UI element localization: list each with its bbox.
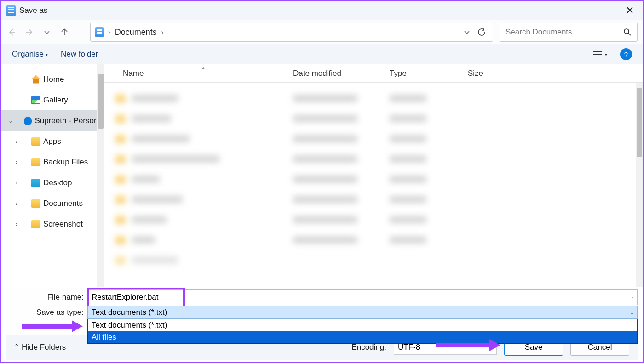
hide-folders-button[interactable]: ˄ Hide Folders	[15, 343, 66, 352]
sort-asc-icon: ▲	[201, 65, 206, 70]
sidebar-item-backup[interactable]: ›Backup Files	[1, 152, 97, 172]
help-button[interactable]: ?	[620, 48, 632, 60]
window-title: Save as	[19, 6, 47, 15]
sidebar-item-screenshot[interactable]: ›Screenshot	[1, 214, 97, 234]
close-icon[interactable]: ✕	[620, 3, 639, 18]
search-box[interactable]	[500, 23, 638, 42]
address-bar[interactable]: › Documents ›	[90, 23, 493, 42]
chevron-right-icon[interactable]: ›	[16, 138, 22, 145]
chevron-down-icon: ⌄	[630, 309, 634, 316]
scrollbar-thumb[interactable]	[637, 88, 642, 157]
save-as-dialog: Save as ✕ › Documents › Organise ▾ New f…	[0, 0, 644, 363]
folder-icon	[31, 220, 40, 228]
svg-point-2	[624, 29, 629, 34]
organise-button[interactable]: Organise ▾	[12, 50, 48, 59]
list-item[interactable]	[115, 230, 636, 250]
encoding-label: Encoding:	[351, 343, 386, 352]
savetype-option-txt[interactable]: Text documents (*.txt)	[88, 319, 637, 331]
savetype-label: Save as type:	[6, 308, 87, 317]
savetype-dropdown: Text documents (*.txt) All files	[87, 319, 638, 344]
folder-icon	[31, 199, 40, 208]
list-item[interactable]	[115, 129, 636, 149]
sidebar-scrollbar[interactable]	[97, 64, 104, 287]
sidebar-item-documents[interactable]: ›Documents	[1, 193, 97, 214]
location-icon	[95, 27, 104, 37]
forward-button[interactable]	[24, 27, 35, 38]
list-item[interactable]	[115, 250, 636, 270]
list-item[interactable]	[115, 149, 636, 169]
column-type[interactable]: Type	[390, 69, 468, 78]
svg-line-3	[628, 33, 631, 35]
sidebar-item-onedrive[interactable]: ⌄Supreeth - Personal	[1, 110, 97, 131]
chevron-right-icon[interactable]: ›	[16, 200, 22, 207]
folder-icon	[31, 137, 40, 146]
scrollbar-thumb[interactable]	[98, 74, 104, 129]
up-button[interactable]	[59, 27, 70, 38]
recent-dropdown[interactable]	[41, 27, 52, 38]
toolbar: Organise ▾ New folder ▾ ?	[1, 44, 643, 64]
list-item[interactable]	[115, 189, 636, 210]
notepad-icon	[6, 5, 16, 16]
chevron-right-icon[interactable]: ›	[16, 221, 22, 227]
list-item[interactable]	[115, 108, 636, 129]
chevron-right-icon[interactable]: ›	[16, 159, 22, 165]
back-button[interactable]	[6, 27, 17, 38]
address-dropdown[interactable]	[463, 28, 471, 36]
separator	[8, 240, 90, 240]
column-date[interactable]: Date modified	[293, 69, 390, 78]
chevron-right-icon[interactable]: ›	[161, 28, 164, 36]
column-size[interactable]: Size	[468, 69, 532, 78]
filename-input[interactable]	[87, 289, 638, 305]
bottom-panel: File name: ⌄ Save as type: Text document…	[1, 287, 643, 362]
chevron-down-icon[interactable]: ⌄	[8, 118, 14, 124]
desktop-icon	[31, 179, 40, 187]
sidebar-item-desktop[interactable]: ›Desktop	[1, 172, 97, 193]
chevron-right-icon[interactable]: ›	[16, 180, 22, 186]
file-list-pane: ▲Name Date modified Type Size	[104, 64, 643, 287]
filename-dropdown-icon[interactable]: ⌄	[630, 293, 635, 300]
savetype-option-all[interactable]: All files	[88, 331, 637, 343]
list-item[interactable]	[115, 169, 636, 189]
sidebar-item-gallery[interactable]: Gallery	[1, 90, 97, 110]
gallery-icon	[31, 96, 40, 104]
navbar: › Documents ›	[1, 20, 643, 44]
list-item[interactable]	[115, 210, 636, 230]
list-item[interactable]	[115, 88, 636, 108]
file-list[interactable]	[104, 83, 636, 287]
nav-tree: Home Gallery ⌄Supreeth - Personal ›Apps …	[1, 64, 97, 287]
chevron-up-icon: ˄	[15, 343, 19, 352]
view-options-button[interactable]: ▾	[593, 51, 607, 58]
home-icon	[31, 75, 40, 84]
sidebar: Home Gallery ⌄Supreeth - Personal ›Apps …	[1, 64, 104, 287]
breadcrumb-documents[interactable]: Documents	[115, 28, 157, 37]
folder-icon	[31, 158, 40, 166]
search-icon[interactable]	[623, 28, 632, 36]
sidebar-item-apps[interactable]: ›Apps	[1, 131, 97, 152]
titlebar: Save as ✕	[1, 1, 643, 20]
refresh-icon[interactable]	[475, 28, 488, 37]
new-folder-button[interactable]: New folder	[61, 50, 98, 59]
cloud-icon	[24, 117, 32, 125]
savetype-select[interactable]: Text documents (*.txt)⌄	[87, 306, 638, 319]
filelist-scrollbar[interactable]	[636, 83, 643, 287]
column-name[interactable]: ▲Name	[123, 69, 293, 78]
main-area: Home Gallery ⌄Supreeth - Personal ›Apps …	[1, 64, 643, 287]
filename-label: File name:	[6, 293, 87, 302]
column-headers: ▲Name Date modified Type Size	[104, 64, 643, 83]
sidebar-item-home[interactable]: Home	[1, 69, 97, 90]
chevron-right-icon: ›	[108, 28, 110, 36]
search-input[interactable]	[506, 28, 623, 37]
